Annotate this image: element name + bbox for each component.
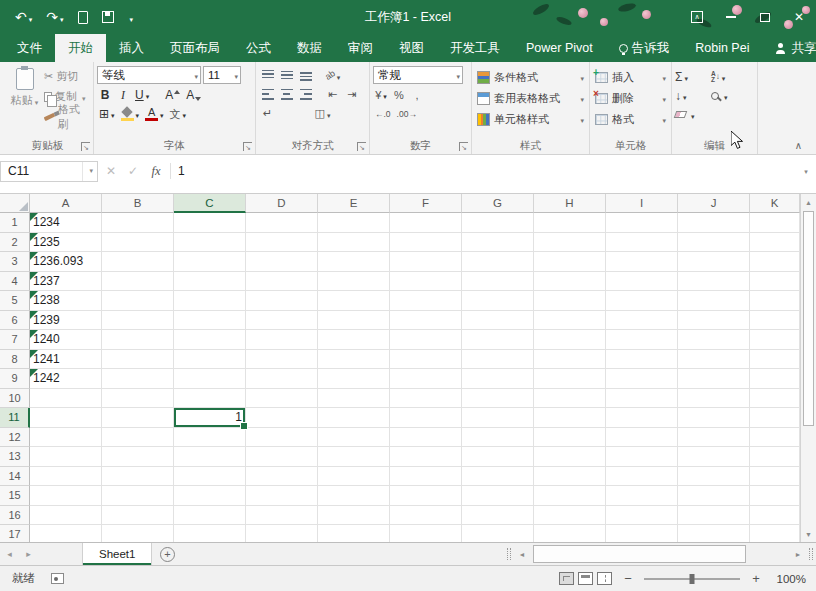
cell-I11[interactable] [606, 408, 678, 428]
cell-I10[interactable] [606, 389, 678, 409]
cell-E16[interactable] [318, 506, 390, 526]
cell-B7[interactable] [102, 330, 174, 350]
cell-H16[interactable] [534, 506, 606, 526]
cell-F6[interactable] [390, 311, 462, 331]
row-header-1[interactable]: 1 [0, 213, 30, 233]
delete-cells-button[interactable]: 删除 [593, 88, 668, 108]
cell-B10[interactable] [102, 389, 174, 409]
cell-D12[interactable] [246, 428, 318, 448]
cell-J15[interactable] [678, 486, 750, 506]
cell-E10[interactable] [318, 389, 390, 409]
horizontal-scroll-thumb[interactable] [533, 545, 746, 563]
cell-K11[interactable] [750, 408, 800, 428]
find-select-button[interactable] [711, 89, 747, 103]
scroll-left-arrow[interactable]: ◄ [514, 551, 530, 558]
row-header-10[interactable]: 10 [0, 389, 30, 409]
cell-F14[interactable] [390, 467, 462, 487]
insert-function-button[interactable]: fx [144, 164, 168, 179]
cell-J1[interactable] [678, 213, 750, 233]
merge-center-button[interactable]: ◫ [314, 105, 331, 121]
cell-D8[interactable] [246, 350, 318, 370]
cell-H3[interactable] [534, 252, 606, 272]
cell-J16[interactable] [678, 506, 750, 526]
cell-B16[interactable] [102, 506, 174, 526]
clear-button[interactable] [675, 108, 711, 122]
scroll-right-arrow[interactable]: ► [790, 551, 806, 558]
cell-B5[interactable] [102, 291, 174, 311]
new-sheet-button[interactable]: + [152, 543, 182, 565]
cell-K7[interactable] [750, 330, 800, 350]
cell-E5[interactable] [318, 291, 390, 311]
cell-E17[interactable] [318, 525, 390, 542]
row-header-6[interactable]: 6 [0, 311, 30, 331]
column-header-G[interactable]: G [462, 194, 534, 213]
cell-K1[interactable] [750, 213, 800, 233]
cell-D16[interactable] [246, 506, 318, 526]
cell-I1[interactable] [606, 213, 678, 233]
cell-B2[interactable] [102, 233, 174, 253]
cell-I6[interactable] [606, 311, 678, 331]
cell-C5[interactable] [174, 291, 246, 311]
comma-style-button[interactable]: , [409, 87, 425, 103]
cell-B14[interactable] [102, 467, 174, 487]
cell-K3[interactable] [750, 252, 800, 272]
cell-K13[interactable] [750, 447, 800, 467]
select-all-corner[interactable] [0, 194, 30, 213]
cell-H5[interactable] [534, 291, 606, 311]
cell-H6[interactable] [534, 311, 606, 331]
cell-H9[interactable] [534, 369, 606, 389]
collapse-ribbon-button[interactable]: ∧ [795, 140, 802, 151]
cell-G11[interactable] [462, 408, 534, 428]
cell-G15[interactable] [462, 486, 534, 506]
cell-K8[interactable] [750, 350, 800, 370]
cell-K4[interactable] [750, 272, 800, 292]
cell-K9[interactable] [750, 369, 800, 389]
cut-button[interactable]: ✂剪切 [44, 69, 90, 84]
cell-H13[interactable] [534, 447, 606, 467]
row-header-12[interactable]: 12 [0, 428, 30, 448]
cell-A3[interactable]: 1236.093 [30, 252, 102, 272]
tab-developer[interactable]: 开发工具 [437, 34, 513, 62]
cell-D2[interactable] [246, 233, 318, 253]
cell-A4[interactable]: 1237 [30, 272, 102, 292]
ribbon-display-options-button[interactable]: ∧ [680, 0, 714, 34]
cell-A9[interactable]: 1242 [30, 369, 102, 389]
cell-F13[interactable] [390, 447, 462, 467]
page-layout-view-button[interactable] [578, 572, 593, 585]
cell-F17[interactable] [390, 525, 462, 542]
cell-A16[interactable] [30, 506, 102, 526]
cell-G3[interactable] [462, 252, 534, 272]
cell-G16[interactable] [462, 506, 534, 526]
cell-A8[interactable]: 1241 [30, 350, 102, 370]
cell-K6[interactable] [750, 311, 800, 331]
column-header-F[interactable]: F [390, 194, 462, 213]
align-left-button[interactable] [259, 86, 276, 102]
macro-record-icon[interactable] [51, 573, 64, 584]
orientation-button[interactable]: ab [324, 67, 341, 83]
cell-J3[interactable] [678, 252, 750, 272]
cell-D11[interactable] [246, 408, 318, 428]
cell-K14[interactable] [750, 467, 800, 487]
font-dialog-launcher[interactable] [243, 142, 252, 151]
customize-qat-button[interactable] [123, 5, 139, 29]
row-header-14[interactable]: 14 [0, 467, 30, 487]
align-center-button[interactable] [278, 86, 295, 102]
decrease-indent-button[interactable]: ⇤ [324, 86, 341, 102]
cell-C11[interactable]: 1 [174, 408, 246, 428]
cell-H10[interactable] [534, 389, 606, 409]
cell-A12[interactable] [30, 428, 102, 448]
cell-C15[interactable] [174, 486, 246, 506]
cell-B1[interactable] [102, 213, 174, 233]
cell-G13[interactable] [462, 447, 534, 467]
cell-J10[interactable] [678, 389, 750, 409]
cell-F5[interactable] [390, 291, 462, 311]
cell-B9[interactable] [102, 369, 174, 389]
paste-button[interactable]: 粘贴 [5, 65, 44, 138]
expand-formula-bar-button[interactable] [796, 167, 814, 176]
row-header-16[interactable]: 16 [0, 506, 30, 526]
row-header-7[interactable]: 7 [0, 330, 30, 350]
normal-view-button[interactable] [559, 572, 574, 585]
cell-I2[interactable] [606, 233, 678, 253]
cell-K12[interactable] [750, 428, 800, 448]
tab-power-pivot[interactable]: Power Pivot [513, 34, 606, 62]
